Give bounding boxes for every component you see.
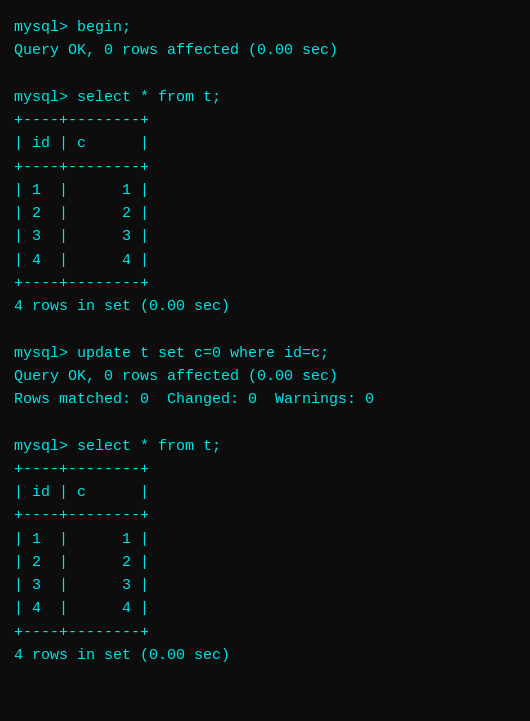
- terminal-line: 4 rows in set (0.00 sec): [14, 295, 516, 318]
- terminal-line: mysql> select * from t;: [14, 435, 516, 458]
- terminal-line: [14, 318, 516, 341]
- terminal-line: [14, 411, 516, 434]
- terminal-line: | 1 | 1 |: [14, 528, 516, 551]
- terminal-line: | id | c |: [14, 481, 516, 504]
- terminal-line: [14, 63, 516, 86]
- terminal-line: | 2 | 2 |: [14, 202, 516, 225]
- terminal-line: +----+--------+: [14, 621, 516, 644]
- terminal-line: 4 rows in set (0.00 sec): [14, 644, 516, 667]
- terminal-line: +----+--------+: [14, 272, 516, 295]
- terminal-line: mysql> begin;: [14, 16, 516, 39]
- terminal-line: +----+--------+: [14, 504, 516, 527]
- terminal-line: Rows matched: 0 Changed: 0 Warnings: 0: [14, 388, 516, 411]
- terminal-line: | id | c |: [14, 132, 516, 155]
- terminal-line: | 4 | 4 |: [14, 249, 516, 272]
- terminal-line: Query OK, 0 rows affected (0.00 sec): [14, 365, 516, 388]
- terminal-line: | 2 | 2 |: [14, 551, 516, 574]
- terminal-line: +----+--------+: [14, 458, 516, 481]
- terminal-line: | 3 | 3 |: [14, 225, 516, 248]
- terminal-line: +----+--------+: [14, 109, 516, 132]
- terminal-line: | 3 | 3 |: [14, 574, 516, 597]
- terminal-line: mysql> update t set c=0 where id=c;: [14, 342, 516, 365]
- terminal-line: Query OK, 0 rows affected (0.00 sec): [14, 39, 516, 62]
- terminal-line: | 1 | 1 |: [14, 179, 516, 202]
- terminal-line: mysql> select * from t;: [14, 86, 516, 109]
- terminal-window: mysql> begin;Query OK, 0 rows affected (…: [14, 16, 516, 667]
- terminal-line: | 4 | 4 |: [14, 597, 516, 620]
- terminal-line: +----+--------+: [14, 156, 516, 179]
